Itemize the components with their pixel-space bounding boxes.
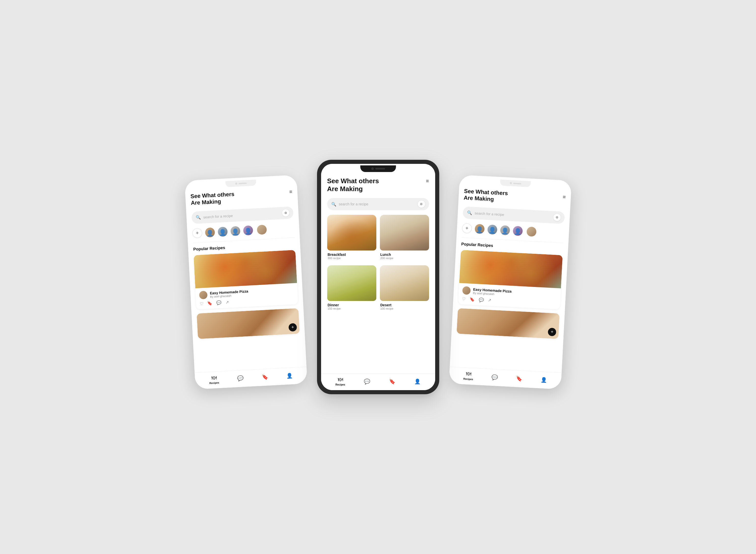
recipes-label-left: Recipes xyxy=(209,381,219,385)
like-icon-right[interactable]: ♡ xyxy=(462,296,465,301)
bookmark-icon-right: 🔖 xyxy=(516,375,522,382)
chat-icon-center: 💬 xyxy=(364,378,370,385)
nav-chat-left[interactable]: 💬 xyxy=(237,375,243,382)
comment-icon-left[interactable]: 💬 xyxy=(216,300,222,305)
header-left: See What others Are Making ≡ xyxy=(190,188,293,207)
search-bar-center[interactable]: 🔍 search for a recipe ⚙ xyxy=(327,198,429,210)
notch-center xyxy=(360,165,396,172)
phone-right: See What others Are Making ≡ 🔍 search fo… xyxy=(449,175,571,389)
search-icon-right: 🔍 xyxy=(467,210,472,215)
desert-info: Desert 100 recipe xyxy=(380,301,429,312)
search-bar-left[interactable]: 🔍 search for a recipe ⚙ xyxy=(191,207,294,224)
nav-recipes-left[interactable]: 🍽 Recipes xyxy=(209,375,219,385)
filter-icon-right[interactable]: ⚙ xyxy=(553,214,560,221)
header-right: See What others Are Making ≡ xyxy=(463,188,566,207)
avatar-5-left[interactable] xyxy=(257,224,267,235)
chicken-card-right[interactable]: + xyxy=(456,308,560,339)
cat-dinner[interactable]: Dinner 150 recipe xyxy=(327,265,376,312)
author-avatar-right xyxy=(462,286,471,295)
menu-icon-left[interactable]: ≡ xyxy=(289,189,292,195)
pizza-image-left xyxy=(193,250,297,288)
avatar-4-left[interactable] xyxy=(243,225,253,235)
filter-icon-center[interactable]: ⚙ xyxy=(418,201,425,208)
nav-bookmark-right[interactable]: 🔖 xyxy=(516,375,522,382)
breakfast-info: Breackfast 300 recipe xyxy=(327,251,376,262)
dinner-info: Dinner 150 recipe xyxy=(327,301,376,312)
app-title-center: See What others Are Making xyxy=(327,177,379,193)
author-avatar-left xyxy=(199,291,207,299)
pizza-card-left[interactable]: Easy Homemade Pizza By asel ghazalah ♡ 🔖… xyxy=(193,250,298,310)
avatar-4-right[interactable] xyxy=(513,226,523,236)
avatar-5-right[interactable] xyxy=(526,227,537,237)
notch-area-center xyxy=(321,164,435,172)
search-icon-center: 🔍 xyxy=(331,202,336,207)
chicken-image-left xyxy=(197,308,300,339)
avatar-3-right[interactable] xyxy=(500,225,510,235)
content-center: See What others Are Making ≡ 🔍 search fo… xyxy=(321,172,435,373)
nav-recipes-center[interactable]: 🍽 Recipes xyxy=(335,377,345,386)
search-placeholder-right: search for a recipe xyxy=(475,211,551,219)
like-icon-left[interactable]: ♡ xyxy=(199,301,203,306)
cat-lunch[interactable]: Lunch 200 recipe xyxy=(380,215,429,262)
nav-chat-center[interactable]: 💬 xyxy=(364,378,370,385)
nav-recipes-right[interactable]: 🍽 Recipes xyxy=(463,371,474,381)
section-title-left: Popular Recipes xyxy=(193,241,295,252)
cat-desert[interactable]: Desert 100 recipe xyxy=(380,265,429,312)
bookmark-icon-center: 🔖 xyxy=(389,378,395,385)
avatar-2-left[interactable] xyxy=(217,227,228,237)
dinner-name: Dinner xyxy=(328,303,376,307)
desert-name: Desert xyxy=(380,303,429,307)
header-center: See What others Are Making ≡ xyxy=(327,177,429,193)
recipes-icon-right: 🍽 xyxy=(466,371,471,377)
screen-left: See What others Are Making ≡ 🔍 search fo… xyxy=(185,183,307,389)
app-title-right: See What others Are Making xyxy=(463,188,508,204)
camera-right xyxy=(509,182,512,184)
content-right: See What others Are Making ≡ 🔍 search fo… xyxy=(450,183,571,373)
chicken-card-left[interactable]: + xyxy=(197,308,300,339)
nav-profile-right[interactable]: 👤 xyxy=(540,376,547,383)
comment-icon-right[interactable]: 💬 xyxy=(479,297,484,302)
cat-breakfast[interactable]: Breackfast 300 recipe xyxy=(327,215,376,262)
speaker-center xyxy=(375,168,385,169)
nav-profile-center[interactable]: 👤 xyxy=(414,378,421,385)
share-icon-right[interactable]: ↗ xyxy=(488,298,491,303)
section-title-right: Popular Recipes xyxy=(461,241,563,252)
nav-profile-left[interactable]: 👤 xyxy=(286,372,293,379)
share-icon-left[interactable]: ↗ xyxy=(225,300,229,305)
add-story-left[interactable]: + xyxy=(192,228,202,238)
pizza-card-right[interactable]: Easy Homemade Pizza By asel ghazalah ♡ 🔖… xyxy=(458,250,563,310)
recipes-label-center: Recipes xyxy=(335,383,345,386)
phone-left: See What others Are Making ≡ 🔍 search fo… xyxy=(184,175,307,389)
avatar-3-left[interactable] xyxy=(230,226,240,236)
speaker-right xyxy=(513,183,521,184)
lunch-count: 200 recipe xyxy=(380,257,429,260)
save-icon-right[interactable]: 🔖 xyxy=(469,297,475,302)
search-bar-right[interactable]: 🔍 search for a recipe ⚙ xyxy=(462,207,565,224)
menu-icon-right[interactable]: ≡ xyxy=(563,194,566,200)
desert-count: 100 recipe xyxy=(380,307,429,310)
lunch-info: Lunch 200 recipe xyxy=(380,251,429,262)
avatar-1-left[interactable] xyxy=(205,227,215,237)
chat-icon-right: 💬 xyxy=(491,374,498,380)
search-placeholder-left: search for a recipe xyxy=(203,211,279,219)
add-story-right[interactable]: + xyxy=(462,223,472,233)
filter-icon-left[interactable]: ⚙ xyxy=(282,209,289,217)
nav-bookmark-left[interactable]: 🔖 xyxy=(261,374,268,380)
avatar-2-right[interactable] xyxy=(487,224,497,235)
camera-left xyxy=(235,182,237,184)
breakfast-name: Breackfast xyxy=(328,253,376,257)
avatar-1-right[interactable] xyxy=(475,224,485,234)
bottom-nav-center: 🍽 Recipes 💬 🔖 👤 xyxy=(321,373,435,390)
menu-icon-center[interactable]: ≡ xyxy=(426,178,429,184)
camera-center xyxy=(371,167,374,170)
profile-icon-center: 👤 xyxy=(414,378,421,385)
save-icon-left[interactable]: 🔖 xyxy=(207,301,212,306)
bookmark-icon-left: 🔖 xyxy=(261,374,268,380)
profile-icon-right: 👤 xyxy=(540,376,547,383)
nav-chat-right[interactable]: 💬 xyxy=(491,374,498,380)
dinner-count: 150 recipe xyxy=(328,307,376,310)
pizza-image-right xyxy=(459,250,563,288)
lunch-img xyxy=(380,215,429,251)
chat-icon-left: 💬 xyxy=(237,375,243,382)
nav-bookmark-center[interactable]: 🔖 xyxy=(389,378,395,385)
